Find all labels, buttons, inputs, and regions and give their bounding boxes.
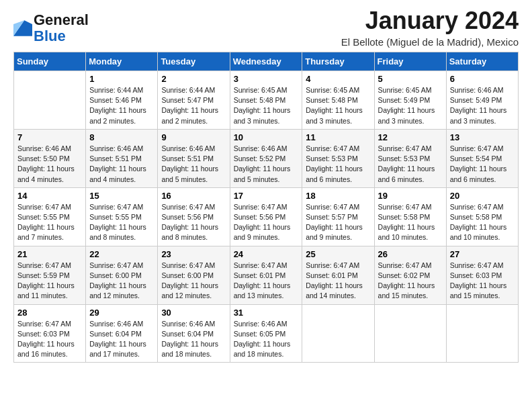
calendar-week-2: 7Sunrise: 6:46 AMSunset: 5:50 PMDaylight… bbox=[14, 129, 519, 187]
calendar-cell bbox=[14, 71, 86, 130]
calendar-cell: 17Sunrise: 6:47 AMSunset: 5:56 PMDayligh… bbox=[230, 187, 302, 246]
day-info: Sunrise: 6:47 AMSunset: 5:53 PMDaylight:… bbox=[306, 144, 370, 185]
day-info: Sunrise: 6:47 AMSunset: 5:57 PMDaylight:… bbox=[306, 202, 370, 243]
calendar-cell: 9Sunrise: 6:46 AMSunset: 5:51 PMDaylight… bbox=[158, 129, 230, 187]
calendar-cell: 23Sunrise: 6:47 AMSunset: 6:00 PMDayligh… bbox=[158, 246, 230, 304]
calendar-cell: 20Sunrise: 6:47 AMSunset: 5:58 PMDayligh… bbox=[446, 187, 518, 246]
day-info: Sunrise: 6:44 AMSunset: 5:47 PMDaylight:… bbox=[161, 85, 226, 126]
day-info: Sunrise: 6:47 AMSunset: 6:00 PMDaylight:… bbox=[161, 261, 226, 302]
day-number: 11 bbox=[306, 132, 370, 142]
calendar-week-4: 21Sunrise: 6:47 AMSunset: 5:59 PMDayligh… bbox=[14, 246, 519, 304]
day-number: 30 bbox=[161, 308, 226, 318]
weekday-header-sunday: Sunday bbox=[14, 52, 86, 71]
calendar-cell: 16Sunrise: 6:47 AMSunset: 5:56 PMDayligh… bbox=[158, 187, 230, 246]
weekday-header-wednesday: Wednesday bbox=[230, 52, 302, 71]
day-number: 23 bbox=[161, 249, 226, 259]
day-number: 3 bbox=[234, 74, 299, 84]
calendar-cell: 27Sunrise: 6:47 AMSunset: 6:03 PMDayligh… bbox=[446, 246, 518, 304]
calendar-cell: 30Sunrise: 6:46 AMSunset: 6:04 PMDayligh… bbox=[158, 304, 230, 363]
day-info: Sunrise: 6:44 AMSunset: 5:46 PMDaylight:… bbox=[89, 85, 154, 126]
calendar-cell: 24Sunrise: 6:47 AMSunset: 6:01 PMDayligh… bbox=[230, 246, 302, 304]
day-number: 15 bbox=[89, 191, 154, 201]
day-info: Sunrise: 6:47 AMSunset: 5:58 PMDaylight:… bbox=[450, 202, 515, 243]
calendar-cell: 29Sunrise: 6:46 AMSunset: 6:04 PMDayligh… bbox=[86, 304, 158, 363]
calendar-cell bbox=[374, 304, 446, 363]
calendar-cell: 18Sunrise: 6:47 AMSunset: 5:57 PMDayligh… bbox=[302, 187, 374, 246]
calendar-cell: 1Sunrise: 6:44 AMSunset: 5:46 PMDaylight… bbox=[86, 71, 158, 130]
day-info: Sunrise: 6:47 AMSunset: 6:01 PMDaylight:… bbox=[234, 261, 299, 302]
calendar-cell: 2Sunrise: 6:44 AMSunset: 5:47 PMDaylight… bbox=[158, 71, 230, 130]
day-info: Sunrise: 6:47 AMSunset: 5:53 PMDaylight:… bbox=[378, 144, 443, 185]
day-number: 27 bbox=[450, 249, 515, 259]
day-info: Sunrise: 6:45 AMSunset: 5:48 PMDaylight:… bbox=[234, 85, 299, 126]
day-number: 10 bbox=[234, 132, 299, 142]
day-number: 29 bbox=[89, 308, 154, 318]
day-number: 17 bbox=[234, 191, 299, 201]
location: El Bellote (Miguel de la Madrid), Mexico bbox=[341, 36, 519, 48]
day-number: 8 bbox=[89, 132, 154, 142]
day-info: Sunrise: 6:45 AMSunset: 5:49 PMDaylight:… bbox=[378, 85, 443, 126]
day-info: Sunrise: 6:45 AMSunset: 5:48 PMDaylight:… bbox=[306, 85, 370, 126]
day-number: 20 bbox=[450, 191, 515, 201]
calendar-cell: 25Sunrise: 6:47 AMSunset: 6:01 PMDayligh… bbox=[302, 246, 374, 304]
day-info: Sunrise: 6:46 AMSunset: 6:04 PMDaylight:… bbox=[89, 319, 154, 360]
day-info: Sunrise: 6:46 AMSunset: 5:51 PMDaylight:… bbox=[89, 144, 154, 185]
logo-text: GeneralBlue bbox=[34, 12, 89, 44]
calendar-cell: 5Sunrise: 6:45 AMSunset: 5:49 PMDaylight… bbox=[374, 71, 446, 130]
day-info: Sunrise: 6:46 AMSunset: 5:52 PMDaylight:… bbox=[234, 144, 299, 185]
day-info: Sunrise: 6:47 AMSunset: 6:01 PMDaylight:… bbox=[306, 261, 370, 302]
day-info: Sunrise: 6:47 AMSunset: 6:03 PMDaylight:… bbox=[17, 319, 82, 360]
calendar-cell: 11Sunrise: 6:47 AMSunset: 5:53 PMDayligh… bbox=[302, 129, 374, 187]
weekday-header-thursday: Thursday bbox=[302, 52, 374, 71]
title-area: January 2024 El Bellote (Miguel de la Ma… bbox=[341, 7, 519, 48]
day-info: Sunrise: 6:47 AMSunset: 5:56 PMDaylight:… bbox=[234, 202, 299, 243]
day-number: 28 bbox=[17, 308, 82, 318]
weekday-header-row: SundayMondayTuesdayWednesdayThursdayFrid… bbox=[14, 52, 519, 71]
day-number: 22 bbox=[89, 249, 154, 259]
day-number: 21 bbox=[17, 249, 82, 259]
logo-icon bbox=[13, 20, 32, 36]
calendar-cell: 14Sunrise: 6:47 AMSunset: 5:55 PMDayligh… bbox=[14, 187, 86, 246]
day-info: Sunrise: 6:47 AMSunset: 5:54 PMDaylight:… bbox=[450, 144, 515, 185]
calendar-cell: 15Sunrise: 6:47 AMSunset: 5:55 PMDayligh… bbox=[86, 187, 158, 246]
calendar-cell: 13Sunrise: 6:47 AMSunset: 5:54 PMDayligh… bbox=[446, 129, 518, 187]
calendar-cell bbox=[446, 304, 518, 363]
day-number: 5 bbox=[378, 74, 443, 84]
calendar-cell: 12Sunrise: 6:47 AMSunset: 5:53 PMDayligh… bbox=[374, 129, 446, 187]
day-number: 26 bbox=[378, 249, 443, 259]
day-number: 6 bbox=[450, 74, 515, 84]
weekday-header-saturday: Saturday bbox=[446, 52, 518, 71]
day-number: 1 bbox=[89, 74, 154, 84]
day-info: Sunrise: 6:46 AMSunset: 5:51 PMDaylight:… bbox=[161, 144, 226, 185]
day-number: 12 bbox=[378, 132, 443, 142]
day-number: 9 bbox=[161, 132, 226, 142]
page-header: GeneralBlue January 2024 El Bellote (Mig… bbox=[13, 7, 519, 48]
day-number: 2 bbox=[161, 74, 226, 84]
calendar-cell: 4Sunrise: 6:45 AMSunset: 5:48 PMDaylight… bbox=[302, 71, 374, 130]
day-info: Sunrise: 6:47 AMSunset: 5:55 PMDaylight:… bbox=[89, 202, 154, 243]
day-number: 4 bbox=[306, 74, 370, 84]
day-number: 13 bbox=[450, 132, 515, 142]
calendar-cell: 22Sunrise: 6:47 AMSunset: 6:00 PMDayligh… bbox=[86, 246, 158, 304]
calendar-cell: 28Sunrise: 6:47 AMSunset: 6:03 PMDayligh… bbox=[14, 304, 86, 363]
weekday-header-monday: Monday bbox=[86, 52, 158, 71]
calendar-week-1: 1Sunrise: 6:44 AMSunset: 5:46 PMDaylight… bbox=[14, 71, 519, 130]
calendar-cell: 26Sunrise: 6:47 AMSunset: 6:02 PMDayligh… bbox=[374, 246, 446, 304]
day-number: 18 bbox=[306, 191, 370, 201]
calendar-cell: 3Sunrise: 6:45 AMSunset: 5:48 PMDaylight… bbox=[230, 71, 302, 130]
day-number: 19 bbox=[378, 191, 443, 201]
calendar-cell: 21Sunrise: 6:47 AMSunset: 5:59 PMDayligh… bbox=[14, 246, 86, 304]
calendar-table: SundayMondayTuesdayWednesdayThursdayFrid… bbox=[13, 52, 519, 363]
day-number: 25 bbox=[306, 249, 370, 259]
day-number: 31 bbox=[234, 308, 299, 318]
calendar-cell: 6Sunrise: 6:46 AMSunset: 5:49 PMDaylight… bbox=[446, 71, 518, 130]
calendar-cell: 7Sunrise: 6:46 AMSunset: 5:50 PMDaylight… bbox=[14, 129, 86, 187]
day-number: 24 bbox=[234, 249, 299, 259]
calendar-week-5: 28Sunrise: 6:47 AMSunset: 6:03 PMDayligh… bbox=[14, 304, 519, 363]
calendar-cell: 19Sunrise: 6:47 AMSunset: 5:58 PMDayligh… bbox=[374, 187, 446, 246]
day-info: Sunrise: 6:47 AMSunset: 6:02 PMDaylight:… bbox=[378, 261, 443, 302]
day-info: Sunrise: 6:47 AMSunset: 6:00 PMDaylight:… bbox=[89, 261, 154, 302]
day-number: 14 bbox=[17, 191, 82, 201]
day-info: Sunrise: 6:46 AMSunset: 5:49 PMDaylight:… bbox=[450, 85, 515, 126]
logo: GeneralBlue bbox=[13, 12, 89, 44]
